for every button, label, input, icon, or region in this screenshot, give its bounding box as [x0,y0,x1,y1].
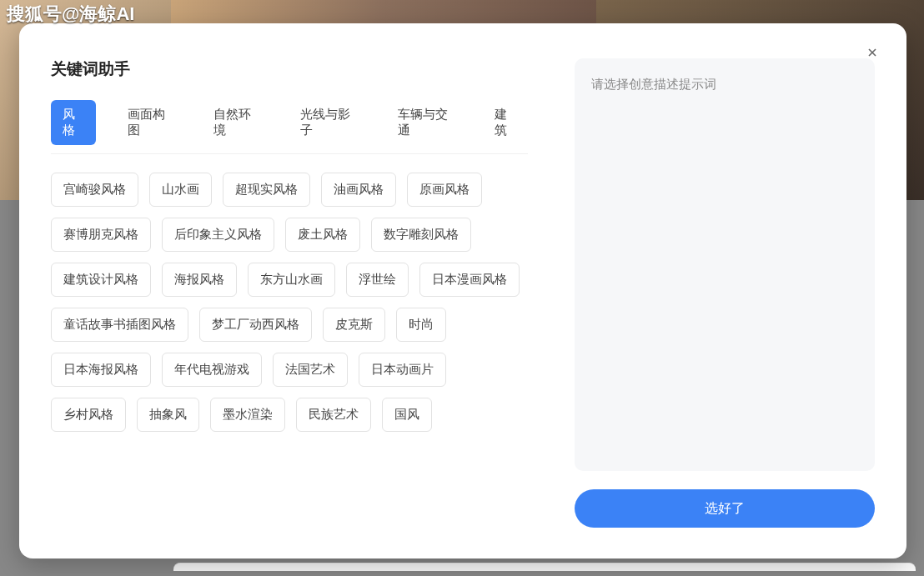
tab-architecture[interactable]: 建筑 [483,100,528,145]
style-tag[interactable]: 日本漫画风格 [419,263,520,297]
modal-title: 关键词助手 [51,58,528,80]
left-panel: 关键词助手 风格 画面构图 自然环境 光线与影子 车辆与交通 建筑 宫崎骏风格 … [51,58,575,528]
tab-nature[interactable]: 自然环境 [202,100,269,145]
style-tag[interactable]: 日本动画片 [359,353,446,387]
style-tag[interactable]: 墨水渲染 [210,398,285,432]
style-tag[interactable]: 废土风格 [285,218,360,252]
close-button[interactable] [863,43,881,62]
style-tag[interactable]: 民族艺术 [296,398,371,432]
style-tag[interactable]: 后印象主义风格 [162,218,274,252]
style-tag[interactable]: 皮克斯 [323,308,385,342]
style-tag[interactable]: 超现实风格 [223,173,310,207]
category-tabs: 风格 画面构图 自然环境 光线与影子 车辆与交通 建筑 [51,100,528,154]
style-tag[interactable]: 日本海报风格 [51,353,151,387]
style-tag[interactable]: 山水画 [149,173,212,207]
tab-lighting[interactable]: 光线与影子 [289,100,366,145]
style-tag[interactable]: 赛博朋克风格 [51,218,151,252]
style-tag[interactable]: 时尚 [396,308,446,342]
style-tag[interactable]: 年代电视游戏 [162,353,262,387]
tab-composition[interactable]: 画面构图 [116,100,183,145]
style-tag[interactable]: 海报风格 [162,263,237,297]
tab-style[interactable]: 风格 [51,100,96,145]
style-tag[interactable]: 宫崎骏风格 [51,173,138,207]
keyword-assistant-modal: 关键词助手 风格 画面构图 自然环境 光线与影子 车辆与交通 建筑 宫崎骏风格 … [19,23,906,558]
style-tag[interactable]: 梦工厂动西风格 [199,308,312,342]
bottom-input-bar [173,563,916,571]
tab-vehicles[interactable]: 车辆与交通 [386,100,464,145]
style-tag[interactable]: 建筑设计风格 [51,263,151,297]
right-panel: 请选择创意描述提示词 选好了 [575,58,875,528]
style-tag[interactable]: 法国艺术 [273,353,348,387]
style-tag[interactable]: 童话故事书插图风格 [51,308,188,342]
close-icon [866,46,879,59]
confirm-button[interactable]: 选好了 [575,489,875,528]
style-tag[interactable]: 乡村风格 [51,398,126,432]
style-tag[interactable]: 国风 [382,398,432,432]
style-tag[interactable]: 油画风格 [321,173,396,207]
style-tag-grid: 宫崎骏风格 山水画 超现实风格 油画风格 原画风格 赛博朋克风格 后印象主义风格… [51,173,528,432]
style-tag[interactable]: 数字雕刻风格 [371,218,471,252]
style-tag[interactable]: 原画风格 [407,173,482,207]
style-tag[interactable]: 东方山水画 [248,263,335,297]
selected-prompts-box[interactable]: 请选择创意描述提示词 [575,58,875,471]
prompt-placeholder: 请选择创意描述提示词 [591,77,858,93]
watermark-text: 搜狐号@海鲸AI [7,2,134,27]
style-tag[interactable]: 浮世绘 [346,263,409,297]
style-tag[interactable]: 抽象风 [137,398,199,432]
